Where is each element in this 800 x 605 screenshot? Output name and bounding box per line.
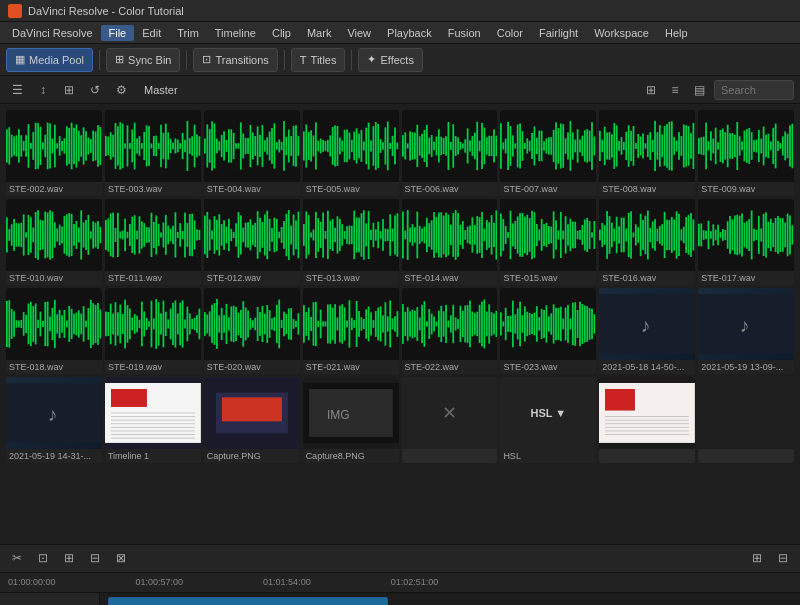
grid-item-29[interactable]: HSL ▼HSL <box>500 377 596 463</box>
grid-item-17[interactable]: STE-019.wav <box>105 288 201 374</box>
grid-item-12[interactable]: STE-014.wav <box>402 199 498 285</box>
menu-item-playback[interactable]: Playback <box>379 25 440 41</box>
titles-button[interactable]: T Titles <box>291 48 346 72</box>
grid-item-14[interactable]: STE-016.wav <box>599 199 695 285</box>
svg-rect-552 <box>544 224 546 246</box>
svg-rect-682 <box>66 320 68 327</box>
svg-rect-633 <box>739 216 741 255</box>
grid-item-3[interactable]: STE-005.wav <box>303 110 399 196</box>
svg-rect-136 <box>331 127 333 165</box>
grid-item-5[interactable]: STE-007.wav <box>500 110 596 196</box>
svg-rect-52 <box>129 143 131 149</box>
grid-item-21[interactable]: STE-023.wav <box>500 288 596 374</box>
svg-rect-641 <box>758 216 760 254</box>
grid-item-0[interactable]: STE-002.wav <box>6 110 102 196</box>
menu-item-fusion[interactable]: Fusion <box>440 25 489 41</box>
filter-icon[interactable]: ⊞ <box>58 79 80 101</box>
search-input[interactable] <box>714 80 794 100</box>
grid-item-30[interactable] <box>599 377 695 463</box>
menu-item-clip[interactable]: Clip <box>264 25 299 41</box>
svg-rect-724 <box>167 319 169 328</box>
track-content[interactable] <box>100 593 800 605</box>
menu-item-color[interactable]: Color <box>489 25 531 41</box>
grid-view-icon[interactable]: ⊞ <box>640 79 662 101</box>
grid-item-13[interactable]: STE-015.wav <box>500 199 596 285</box>
svg-rect-104 <box>254 136 256 156</box>
grid-item-33[interactable] <box>105 466 201 538</box>
sync-bin-button[interactable]: ⊞ Sync Bin <box>106 48 180 72</box>
menu-item-workspace[interactable]: Workspace <box>586 25 657 41</box>
menu-item-view[interactable]: View <box>339 25 379 41</box>
grid-item-4[interactable]: STE-006.wav <box>402 110 498 196</box>
list-view-icon[interactable]: ≡ <box>664 79 686 101</box>
svg-rect-562 <box>567 224 569 245</box>
menu-item-help[interactable]: Help <box>657 25 696 41</box>
timeline-zoom-in[interactable]: ⊟ <box>772 547 794 569</box>
grid-item-22[interactable]: ♪2021-05-18 14-50-... <box>599 288 695 374</box>
media-pool-icon: ▦ <box>15 53 25 66</box>
grid-item-27[interactable]: IMGCapture8.PNG <box>303 377 399 463</box>
timeline-zoom-out[interactable]: ⊞ <box>746 547 768 569</box>
grid-item-26[interactable]: Capture.PNG <box>204 377 300 463</box>
grid-item-19[interactable]: STE-021.wav <box>303 288 399 374</box>
svg-rect-147 <box>358 134 360 159</box>
grid-item-2[interactable]: STE-004.wav <box>204 110 300 196</box>
grid-item-6[interactable]: STE-008.wav <box>599 110 695 196</box>
timeline-tool-1[interactable]: ✂ <box>6 547 28 569</box>
grid-item-10[interactable]: STE-012.wav <box>204 199 300 285</box>
grid-item-11[interactable]: STE-013.wav <box>303 199 399 285</box>
menu-item-timeline[interactable]: Timeline <box>207 25 264 41</box>
svg-rect-702 <box>114 302 116 345</box>
window-title: DaVinci Resolve - Color Tutorial <box>28 5 184 17</box>
effects-button[interactable]: ✦ Effects <box>358 48 422 72</box>
svg-rect-434 <box>259 218 261 253</box>
grid-item-25[interactable]: Timeline 1 <box>105 377 201 463</box>
menu-item-fairlight[interactable]: Fairlight <box>531 25 586 41</box>
transitions-button[interactable]: ⊡ Transitions <box>193 48 277 72</box>
svg-rect-78 <box>191 136 193 155</box>
grid-item-24[interactable]: ♪2021-05-19 14-31-... <box>6 377 102 463</box>
grid-item-16[interactable]: STE-018.wav <box>6 288 102 374</box>
view-list-icon[interactable]: ☰ <box>6 79 28 101</box>
grid-item-28[interactable]: ✕ <box>402 377 498 463</box>
grid-item-23[interactable]: ♪2021-05-19 13-09-... <box>698 288 794 374</box>
svg-rect-424 <box>235 223 237 246</box>
svg-rect-501 <box>421 228 423 241</box>
timeline-tool-5[interactable]: ⊠ <box>110 547 132 569</box>
menu-item-mark[interactable]: Mark <box>299 25 339 41</box>
svg-rect-811 <box>377 307 379 340</box>
settings-icon[interactable]: ⚙ <box>110 79 132 101</box>
svg-rect-161 <box>391 136 393 156</box>
svg-text:IMG: IMG <box>327 408 350 422</box>
svg-rect-67 <box>165 124 167 169</box>
svg-rect-449 <box>295 220 297 249</box>
grid-item-32[interactable] <box>6 466 102 538</box>
media-pool-button[interactable]: ▦ Media Pool <box>6 48 93 72</box>
timeline-tool-3[interactable]: ⊞ <box>58 547 80 569</box>
timeline-tool-2[interactable]: ⊡ <box>32 547 54 569</box>
menu-item-file[interactable]: File <box>101 25 135 41</box>
svg-rect-84 <box>206 124 208 167</box>
grid-item-15[interactable]: STE-017.wav <box>698 199 794 285</box>
sort-icon[interactable]: ↕ <box>32 79 54 101</box>
menu-item-trim[interactable]: Trim <box>169 25 207 41</box>
grid-item-8[interactable]: STE-010.wav <box>6 199 102 285</box>
grid-item-1[interactable]: STE-003.wav <box>105 110 201 196</box>
svg-rect-75 <box>184 140 186 152</box>
grid-item-7[interactable]: STE-009.wav <box>698 110 794 196</box>
grid-item-20[interactable]: STE-022.wav <box>402 288 498 374</box>
grid-item-31[interactable] <box>698 377 794 463</box>
grid-item-18[interactable]: STE-020.wav <box>204 288 300 374</box>
svg-rect-135 <box>329 135 331 156</box>
metadata-view-icon[interactable]: ▤ <box>688 79 710 101</box>
menu-item-davinci-resolve[interactable]: DaVinci Resolve <box>4 25 101 41</box>
refresh-icon[interactable]: ↺ <box>84 79 106 101</box>
svg-rect-663 <box>20 320 22 328</box>
grid-item-9[interactable]: STE-011.wav <box>105 199 201 285</box>
svg-rect-665 <box>25 315 27 333</box>
timeline-tool-4[interactable]: ⊟ <box>84 547 106 569</box>
svg-rect-454 <box>307 215 309 254</box>
timeline-clip[interactable] <box>108 597 388 605</box>
menu-item-edit[interactable]: Edit <box>134 25 169 41</box>
svg-rect-357 <box>73 224 75 246</box>
